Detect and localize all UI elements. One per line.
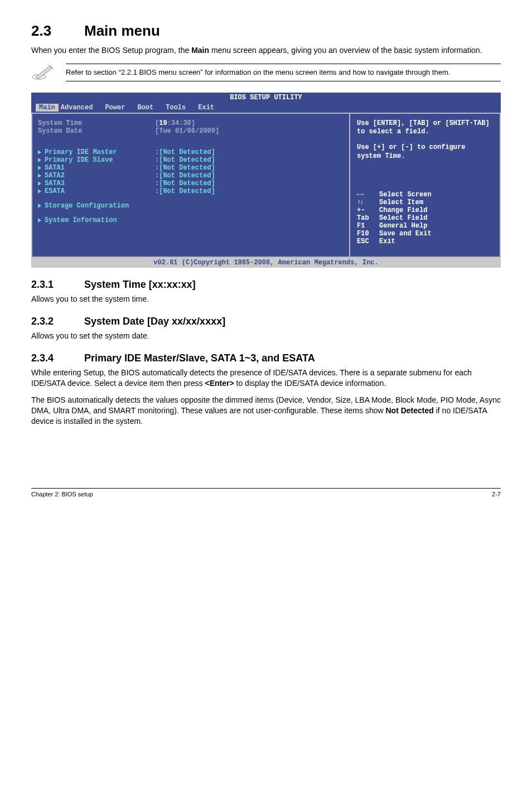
bios-help-pane: Use [ENTER], [TAB] or [SHIFT-TAB] to sel… xyxy=(350,113,501,258)
bios-menu-bar[interactable]: Main Advanced Power Boot Tools Exit xyxy=(31,103,501,113)
note-text: Refer to section “2.2.1 BIOS menu screen… xyxy=(66,64,501,81)
subsection-heading: 2.3.2System Date [Day xx/xx/xxxx] xyxy=(31,316,501,327)
submenu-arrow-icon xyxy=(38,204,41,208)
section-heading: 2.3Main menu xyxy=(31,22,501,40)
subsection-body: Allows you to set the system date. xyxy=(31,331,501,341)
submenu-arrow-icon xyxy=(38,181,41,186)
section-title: Main menu xyxy=(84,22,160,39)
submenu-row[interactable]: Primary IDE Master :[Not Detected] xyxy=(38,148,344,156)
submenu-row[interactable]: Primary IDE Slave :[Not Detected] xyxy=(38,156,344,164)
system-info-row[interactable]: System Information xyxy=(38,216,344,224)
bios-title-bar: BIOS SETUP UTILITY xyxy=(31,93,501,103)
system-time-row[interactable]: System Time [19:34:30] xyxy=(38,119,344,127)
bios-tab-boot[interactable]: Boot xyxy=(135,104,163,112)
subsection-body: Allows you to set the system time. xyxy=(31,294,501,305)
help-key-legend: Select Screen Select Item +-Change Field… xyxy=(357,191,493,245)
bios-tab-main[interactable]: Main xyxy=(36,104,59,112)
bios-tab-advanced[interactable]: Advanced xyxy=(59,104,103,112)
intro-paragraph: When you enter the BIOS Setup program, t… xyxy=(31,45,501,56)
storage-config-row[interactable]: Storage Configuration xyxy=(38,202,344,210)
section-number: 2.3 xyxy=(31,22,84,40)
left-right-arrows-icon xyxy=(357,191,379,199)
svg-marker-1 xyxy=(36,66,52,79)
submenu-arrow-icon xyxy=(38,166,41,170)
system-time-label: System Time xyxy=(38,119,155,127)
submenu-row[interactable]: SATA3 :[Not Detected] xyxy=(38,180,344,187)
note-pencil-icon xyxy=(31,62,56,83)
submenu-arrow-icon xyxy=(38,173,41,178)
submenu-row[interactable]: SATA1 :[Not Detected] xyxy=(38,164,344,172)
subsection-heading: 2.3.1System Time [xx:xx:xx] xyxy=(31,279,501,291)
page-footer: Chapter 2: BIOS setup 2-7 xyxy=(31,488,501,497)
note-callout: Refer to section “2.2.1 BIOS menu screen… xyxy=(31,62,501,83)
bios-screenshot: BIOS SETUP UTILITY Main Advanced Power B… xyxy=(31,93,501,268)
submenu-row[interactable]: SATA2 :[Not Detected] xyxy=(38,172,344,180)
submenu-arrow-icon xyxy=(38,189,41,194)
footer-page-number: 2-7 xyxy=(492,491,501,497)
subsection-body-p2: The BIOS automatically detects the value… xyxy=(31,395,501,427)
bios-title: BIOS SETUP UTILITY xyxy=(36,94,496,102)
subsection-body-p1: While entering Setup, the BIOS automatic… xyxy=(31,368,501,389)
bios-left-pane: System Time [19:34:30] System Date [Tue … xyxy=(31,113,350,258)
submenu-arrow-icon xyxy=(38,158,41,162)
system-date-row[interactable]: System Date [Tue 01/06/2009] xyxy=(38,127,344,135)
subsection-heading: 2.3.4Primary IDE Master/Slave, SATA 1~3,… xyxy=(31,352,501,364)
bios-tab-exit[interactable]: Exit xyxy=(196,104,224,112)
system-date-label: System Date xyxy=(38,127,155,135)
submenu-arrow-icon xyxy=(38,150,41,154)
up-down-arrows-icon xyxy=(357,199,379,206)
submenu-arrow-icon xyxy=(38,218,41,223)
help-text-2: Use [+] or [-] to configure system Time. xyxy=(357,143,493,161)
help-text-1: Use [ENTER], [TAB] or [SHIFT-TAB] to sel… xyxy=(357,119,493,137)
bios-copyright-footer: v02.61 (C)Copyright 1985-2008, American … xyxy=(31,258,501,268)
submenu-row[interactable]: ESATA :[Not Detected] xyxy=(38,187,344,195)
system-date-value: [Tue 01/06/2009] xyxy=(155,127,344,135)
bios-tab-tools[interactable]: Tools xyxy=(163,104,196,112)
bios-tab-power[interactable]: Power xyxy=(103,104,135,112)
footer-chapter: Chapter 2: BIOS setup xyxy=(31,491,93,497)
